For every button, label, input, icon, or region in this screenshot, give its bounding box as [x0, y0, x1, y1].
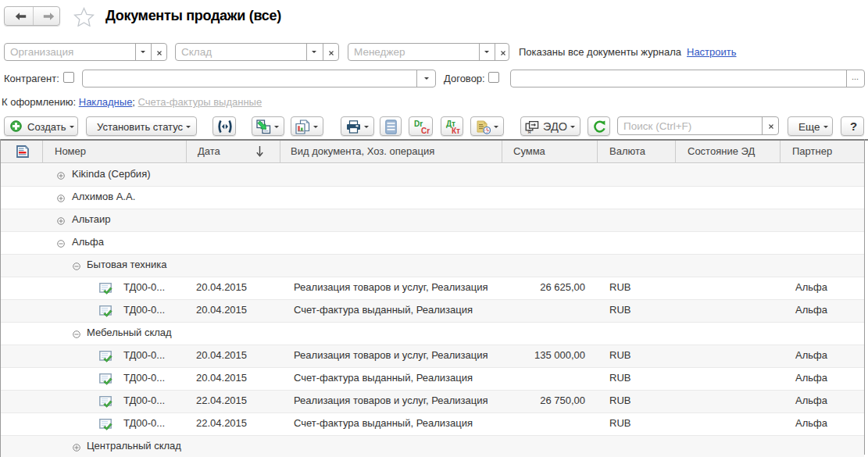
svg-text:я: я: [528, 128, 531, 134]
